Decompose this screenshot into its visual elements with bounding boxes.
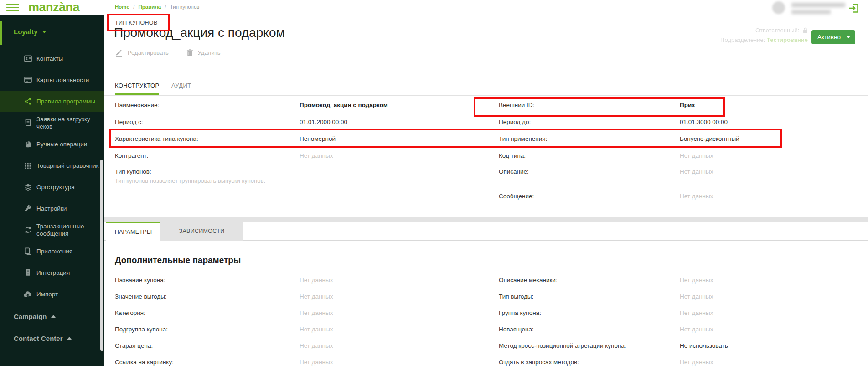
sidebar-item-label: Заявки на загрузку чеков (36, 116, 104, 130)
sidebar-item-import[interactable]: Импорт (0, 284, 104, 305)
sidebar-item-manual-operations[interactable]: Ручные операции (0, 134, 104, 155)
field-value: Нет данных (292, 277, 480, 284)
param-row: Ссылка на картинку: Нет данных Отдать в … (104, 354, 868, 366)
sidebar-item-product-catalog[interactable]: Товарный справочник (0, 155, 104, 176)
delete-button-label: Удалить (198, 49, 221, 56)
field-value: Не использовать (669, 342, 868, 349)
field-label: Внешний ID: (480, 102, 669, 108)
sidebar-item-label: Контакты (36, 55, 104, 62)
section-separator (104, 217, 868, 222)
sidebar-item-label: Карты лояльности (36, 77, 104, 84)
record-meta-faded: Ответственный: Подразделение: Тестирован… (720, 26, 808, 45)
field-label: Тип применения: (480, 135, 669, 142)
sidebar-item-contacts[interactable]: Контакты (0, 48, 104, 69)
field-label: Тип купонов: (115, 168, 292, 175)
loyalty-card-icon (23, 76, 33, 84)
field-label-with-hint: Тип купонов: Тип купонов позволяет групп… (104, 164, 292, 184)
sidebar-bottom-sections: Campaign Contact Center (0, 305, 104, 349)
import-cloud-icon (23, 290, 33, 299)
field-label: Сообщение: (480, 193, 669, 200)
division-value: Тестирование (767, 36, 808, 43)
integration-icon (23, 268, 33, 277)
lock-icon (803, 27, 808, 33)
field-value: Нет данных (669, 359, 868, 366)
sidebar: Loyalty Контакты Карты лояльности (0, 15, 104, 366)
app-screen: manzàna Home / Правила / Тип купонов Loy… (0, 0, 868, 366)
param-row: Название купона: Нет данных Описание мех… (104, 272, 868, 288)
contacts-icon (23, 54, 33, 63)
sidebar-item-integration[interactable]: Интеграция (0, 262, 104, 284)
breadcrumb: Home / Правила / Тип купонов (115, 4, 199, 10)
sidebar-item-transactional-messages[interactable]: Транзакционные сообщения (0, 219, 104, 241)
tab-audit[interactable]: АУДИТ (171, 82, 191, 93)
sidebar-section-loyalty[interactable]: Loyalty (0, 15, 104, 48)
field-value: Нет данных (669, 293, 868, 300)
status-dropdown-button[interactable]: Активно (811, 30, 855, 44)
breadcrumb-home[interactable]: Home (115, 4, 129, 10)
sidebar-item-org-structure[interactable]: Оргструктура (0, 176, 104, 198)
manual-operations-icon (23, 140, 33, 149)
sidebar-item-loyalty-cards[interactable]: Карты лояльности (0, 69, 104, 91)
sidebar-item-label: Правила программы (36, 98, 104, 105)
sidebar-item-label: Настройки (36, 205, 104, 212)
sidebar-item-label: Приложения (36, 248, 104, 255)
sidebar-item-receipt-requests[interactable]: Заявки на загрузку чеков (0, 112, 104, 134)
field-label: Описание механики: (480, 277, 669, 284)
sidebar-section-campaign[interactable]: Campaign (0, 305, 104, 327)
detail-tabs: КОНСТРУКТОР АУДИТ (104, 81, 868, 96)
field-hint: Тип купонов позволяет группировать выпус… (115, 177, 279, 184)
field-value: Нет данных (292, 359, 480, 366)
delete-button[interactable]: Удалить (186, 48, 221, 57)
field-value: Нет данных (669, 326, 868, 333)
sidebar-item-settings[interactable]: Настройки (0, 198, 104, 219)
manzana-logo[interactable]: manzàna (28, 0, 79, 15)
field-label: Тип выгоды: (480, 293, 669, 300)
sidebar-item-applications[interactable]: Приложения (0, 241, 104, 262)
details-row: Период с: 01.01.2000 00:00 Период до: 01… (104, 113, 868, 130)
field-value: Неномерной (292, 135, 480, 142)
sidebar-menu: Контакты Карты лояльности Правила програ… (0, 48, 104, 305)
pencil-icon (115, 48, 124, 57)
sidebar-section-contact-center[interactable]: Contact Center (0, 327, 104, 349)
field-label: Старая цена: (104, 342, 292, 349)
field-value: Промокод_акция с подарком (292, 102, 480, 108)
param-row: Категория: Нет данных Группа купона: Нет… (104, 304, 868, 321)
details-row: Тип купонов: Тип купонов позволяет групп… (104, 164, 868, 188)
program-rules-icon (23, 97, 33, 106)
field-label: Код типа: (480, 152, 669, 159)
tab-constructor[interactable]: КОНСТРУКТОР (115, 82, 159, 95)
field-value: Бонусно-дисконтный (669, 135, 868, 142)
field-value: 01.01.2000 00:00 (292, 119, 480, 125)
field-value: Нет данных (292, 326, 480, 333)
applications-icon (23, 247, 33, 256)
param-row: Значение выгоды: Нет данных Тип выгоды: … (104, 288, 868, 304)
tab-dependencies[interactable]: ЗАВИСИМОСТИ (160, 222, 243, 241)
details-row: Сообщение: Нет данных (104, 188, 868, 205)
breadcrumb-rules[interactable]: Правила (139, 4, 161, 10)
chevron-up-icon (67, 337, 72, 340)
page-actions: Редактировать Удалить (115, 48, 220, 57)
details-row: Характеристика типа купона: Неномерной Т… (104, 130, 868, 147)
org-structure-icon (23, 183, 33, 191)
field-label: Описание: (480, 164, 669, 175)
sidebar-item-program-rules[interactable]: Правила программы (0, 91, 104, 112)
field-value: Нет данных (669, 309, 868, 316)
field-label: Ссылка на картинку: (104, 359, 292, 366)
responsible-label: Ответственный: (755, 27, 799, 34)
user-avatar[interactable] (772, 1, 785, 14)
logout-icon[interactable] (848, 2, 860, 14)
field-label: Контрагент: (104, 152, 292, 159)
breadcrumb-separator: / (133, 4, 134, 10)
tab-parameters[interactable]: ПАРАМЕТРЫ (106, 222, 160, 241)
param-row: Старая цена: Нет данных Метод кросс-пози… (104, 337, 868, 354)
sidebar-scrollbar[interactable] (100, 160, 103, 351)
user-name-redacted[interactable] (791, 3, 845, 14)
field-label: Группа купона: (480, 309, 669, 316)
hamburger-menu-icon[interactable] (6, 4, 19, 12)
trash-icon (186, 48, 194, 57)
field-label: Значение выгоды: (104, 293, 292, 300)
parameter-tabs: ПАРАМЕТРЫ ЗАВИСИМОСТИ (104, 222, 868, 241)
edit-button[interactable]: Редактировать (115, 48, 169, 57)
top-bar: manzàna Home / Правила / Тип купонов (0, 0, 868, 15)
field-value: Нет данных (669, 277, 868, 284)
